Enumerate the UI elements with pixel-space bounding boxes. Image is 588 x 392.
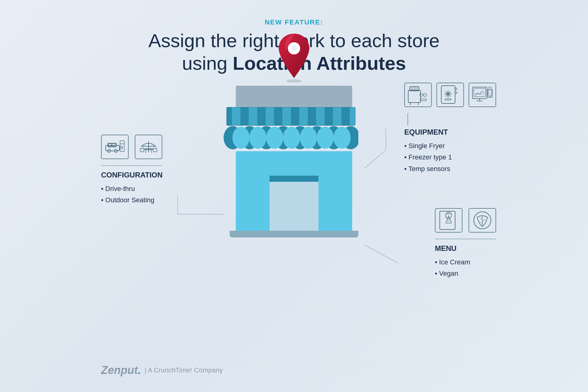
svg-point-23: [300, 127, 317, 149]
menu-list: Ice Cream Vegan: [435, 256, 496, 279]
configuration-list: Drive-thru Outdoor Seating: [101, 183, 163, 206]
svg-rect-64: [445, 99, 451, 100]
svg-point-22: [283, 127, 300, 149]
svg-point-55: [424, 93, 427, 96]
temp-sensor-icon: [471, 84, 494, 106]
config-item-1: Drive-thru: [101, 183, 163, 194]
freezer-icon-box: [436, 83, 464, 107]
awning: [224, 107, 364, 151]
store-illustration: [224, 86, 364, 237]
equipment-title: EQUIPMENT: [404, 128, 496, 136]
equipment-list: Single Fryer Freezer type 1 Temp sensors: [404, 140, 496, 174]
main-container: NEW FEATURE: Assign the right work to ea…: [92, 0, 496, 392]
outdoor-seating-icon-box: [135, 135, 162, 159]
drive-thru-icon: [104, 138, 126, 156]
svg-rect-67: [472, 87, 487, 99]
location-pin: [276, 31, 312, 84]
building-base: [230, 231, 358, 237]
logo-zenput: Zenput.: [101, 364, 141, 377]
vegan-icon-box: [469, 208, 496, 233]
equipment-connector-line: [407, 113, 408, 125]
equipment-panel: EQUIPMENT Single Fryer Freezer type 1 Te…: [404, 83, 496, 174]
logo: Zenput. | A CrunchTime! Company: [101, 364, 223, 377]
svg-point-19: [232, 127, 250, 149]
logo-dot: .: [138, 364, 141, 376]
fryer-icon: [407, 84, 430, 106]
svg-point-20: [249, 127, 266, 149]
svg-line-79: [447, 213, 448, 214]
building-top: [236, 86, 352, 110]
temp-sensor-icon-box: [469, 83, 496, 107]
svg-point-25: [334, 127, 351, 149]
svg-point-74: [489, 96, 490, 97]
svg-rect-26: [227, 107, 355, 125]
svg-point-7: [292, 46, 296, 51]
new-feature-label: NEW FEATURE:: [92, 18, 496, 26]
svg-rect-33: [112, 144, 115, 146]
drive-thru-icon-box: [101, 135, 129, 159]
svg-line-4: [364, 245, 398, 263]
vegan-icon: [471, 210, 494, 231]
svg-line-85: [482, 219, 485, 221]
equipment-item-2: Freezer type 1: [404, 151, 496, 163]
configuration-title: CONFIGURATION: [101, 171, 163, 179]
config-item-2: Outdoor Seating: [101, 194, 163, 206]
config-connector-line: [101, 165, 162, 166]
svg-rect-47: [408, 90, 420, 103]
svg-rect-35: [121, 146, 123, 149]
menu-connector-line: [435, 239, 496, 239]
svg-rect-32: [108, 144, 111, 146]
menu-title: MENU: [435, 244, 496, 253]
freezer-icon: [439, 84, 462, 106]
configuration-panel: CONFIGURATION Drive-thru Outdoor Seating: [101, 135, 163, 206]
ice-cream-icon: [437, 210, 460, 231]
svg-line-86: [480, 222, 482, 223]
svg-line-84: [480, 218, 482, 219]
outdoor-seating-icon: [138, 138, 159, 156]
equipment-item-3: Temp sensors: [404, 163, 496, 174]
menu-item-2: Vegan: [435, 268, 496, 279]
pin-svg: [276, 31, 312, 83]
menu-item-1: Ice Cream: [435, 256, 496, 268]
svg-line-2: [364, 150, 386, 168]
equipment-item-1: Single Fryer: [404, 140, 496, 151]
awning-svg: [224, 107, 358, 150]
logo-company: | A CrunchTime! Company: [145, 366, 223, 374]
equipment-icons: [404, 83, 496, 107]
menu-icons: [435, 208, 496, 233]
building-door: [270, 182, 318, 231]
svg-rect-41: [140, 149, 144, 152]
svg-rect-44: [153, 149, 157, 152]
configuration-icons: [101, 135, 163, 159]
menu-panel: MENU Ice Cream Vegan: [435, 208, 496, 279]
svg-rect-56: [420, 99, 426, 101]
svg-point-24: [317, 127, 334, 149]
svg-line-40: [151, 150, 152, 153]
svg-rect-73: [488, 90, 491, 95]
door-bar: [270, 176, 318, 182]
fryer-icon-box: [404, 83, 432, 107]
svg-line-39: [145, 150, 146, 153]
building-body: [236, 151, 352, 231]
svg-point-21: [266, 127, 283, 149]
ice-cream-icon-box: [435, 208, 462, 233]
svg-point-5: [286, 79, 302, 83]
